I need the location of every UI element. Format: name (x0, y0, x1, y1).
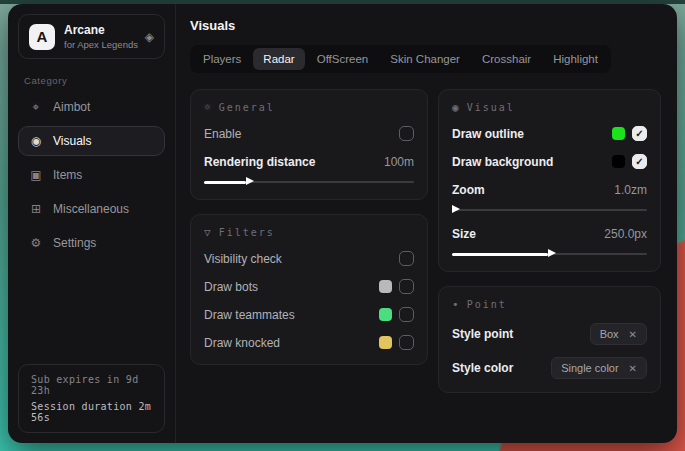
visual-card-title: Visual (467, 102, 515, 113)
settings-icon: ⚙ (29, 236, 43, 250)
draw-teammates-label: Draw teammates (204, 308, 295, 322)
draw-bots-label: Draw bots (204, 280, 258, 294)
rendering-distance-label: Rendering distance (204, 155, 315, 169)
sidebar-item-items[interactable]: ▣ Items (18, 160, 165, 190)
style-point-select[interactable]: Box ✕ (590, 323, 647, 345)
sidebar-item-label: Aimbot (53, 100, 90, 114)
app-subtitle: for Apex Legends (64, 39, 136, 50)
general-icon: ☼ (204, 101, 211, 114)
style-point-tag-label: Box (600, 328, 619, 340)
rendering-distance-value: 100m (384, 155, 414, 169)
tab-offscreen[interactable]: OffScreen (307, 48, 379, 70)
close-icon[interactable]: ✕ (629, 329, 637, 340)
rendering-distance-row: Rendering distance 100m (204, 153, 414, 170)
draw-teammates-color-swatch[interactable] (379, 308, 392, 321)
draw-bots-row: Draw bots ✓ (204, 278, 414, 295)
slider-thumb[interactable] (452, 205, 460, 213)
draw-knocked-checkbox[interactable]: ✓ (399, 335, 414, 350)
slider-thumb[interactable] (246, 177, 254, 185)
draw-background-checkbox[interactable]: ✓ (632, 154, 647, 169)
sidebar-item-settings[interactable]: ⚙ Settings (18, 228, 165, 258)
draw-background-label: Draw background (452, 155, 553, 169)
subscription-info-card: Sub expires in 9d 23h Session duration 2… (18, 364, 165, 433)
point-icon: • (452, 298, 459, 311)
page-title: Visuals (190, 18, 661, 33)
tab-highlight[interactable]: Highlight (543, 48, 608, 70)
visual-icon: ◉ (452, 101, 459, 114)
style-color-row: Style color Single color ✕ (452, 357, 647, 379)
zoom-row: Zoom 1.0zm (452, 181, 647, 198)
main-panel: Visuals Players Radar OffScreen Skin Cha… (176, 4, 677, 443)
style-color-label: Style color (452, 361, 513, 375)
style-point-label: Style point (452, 327, 513, 341)
app-window: A Arcane for Apex Legends ◈ Category ⌖ A… (8, 4, 677, 443)
style-color-select[interactable]: Single color ✕ (551, 357, 647, 379)
draw-outline-color-swatch[interactable] (612, 127, 625, 140)
check-icon: ✓ (635, 157, 643, 167)
draw-bots-color-swatch[interactable] (379, 280, 392, 293)
filters-icon: ▽ (204, 226, 211, 239)
sidebar-item-label: Miscellaneous (53, 202, 129, 216)
app-header-card: A Arcane for Apex Legends ◈ (18, 14, 165, 59)
draw-background-row: Draw background ✓ (452, 153, 647, 170)
zoom-value: 1.0zm (614, 183, 647, 197)
visuals-tabbar: Players Radar OffScreen Skin Changer Cro… (190, 45, 611, 73)
visuals-icon: ◉ (29, 134, 43, 148)
visual-card: ◉ Visual Draw outline ✓ (438, 89, 661, 272)
enable-row: Enable ✓ (204, 125, 414, 142)
visibility-check-checkbox[interactable]: ✓ (399, 251, 414, 266)
draw-background-color-swatch[interactable] (612, 155, 625, 168)
app-name: Arcane (64, 23, 136, 37)
point-card: • Point Style point Box ✕ Style color (438, 286, 661, 393)
enable-label: Enable (204, 127, 241, 141)
filters-card: ▽ Filters Visibility check ✓ Draw bots (190, 214, 428, 365)
draw-knocked-color-swatch[interactable] (379, 336, 392, 349)
draw-teammates-row: Draw teammates ✓ (204, 306, 414, 323)
zoom-slider[interactable] (452, 206, 647, 214)
size-label: Size (452, 227, 476, 241)
point-card-title: Point (467, 299, 507, 310)
visibility-check-label: Visibility check (204, 252, 282, 266)
enable-checkbox[interactable]: ✓ (399, 126, 414, 141)
tab-crosshair[interactable]: Crosshair (472, 48, 541, 70)
sidebar-item-label: Items (53, 168, 82, 182)
items-icon: ▣ (29, 168, 43, 182)
slider-thumb[interactable] (548, 249, 556, 257)
sidebar-item-aimbot[interactable]: ⌖ Aimbot (18, 92, 165, 122)
draw-knocked-label: Draw knocked (204, 336, 280, 350)
draw-knocked-row: Draw knocked ✓ (204, 334, 414, 351)
draw-outline-label: Draw outline (452, 127, 524, 141)
settings-target-icon[interactable]: ◈ (145, 30, 154, 44)
aimbot-icon: ⌖ (29, 100, 43, 114)
size-value: 250.0px (604, 227, 647, 241)
check-icon: ✓ (635, 129, 643, 139)
filters-card-title: Filters (219, 227, 275, 238)
visibility-check-row: Visibility check ✓ (204, 250, 414, 267)
general-card: ☼ General Enable ✓ Rendering distance 10… (190, 89, 428, 200)
tab-players[interactable]: Players (193, 48, 251, 70)
sidebar: A Arcane for Apex Legends ◈ Category ⌖ A… (8, 4, 176, 443)
sidebar-nav: ⌖ Aimbot ◉ Visuals ▣ Items ⊞ Miscellaneo… (8, 92, 175, 258)
size-row: Size 250.0px (452, 225, 647, 242)
draw-bots-checkbox[interactable]: ✓ (399, 279, 414, 294)
zoom-label: Zoom (452, 183, 485, 197)
size-slider[interactable] (452, 250, 647, 258)
app-logo: A (29, 24, 55, 50)
sub-expires-text: Sub expires in 9d 23h (31, 374, 152, 396)
rendering-distance-slider[interactable] (204, 178, 414, 186)
tab-radar[interactable]: Radar (253, 48, 304, 70)
sidebar-item-miscellaneous[interactable]: ⊞ Miscellaneous (18, 194, 165, 224)
miscellaneous-icon: ⊞ (29, 202, 43, 216)
draw-outline-row: Draw outline ✓ (452, 125, 647, 142)
style-color-tag-label: Single color (561, 362, 618, 374)
close-icon[interactable]: ✕ (629, 363, 637, 374)
draw-teammates-checkbox[interactable]: ✓ (399, 307, 414, 322)
draw-outline-checkbox[interactable]: ✓ (632, 126, 647, 141)
category-label: Category (24, 75, 159, 86)
sidebar-item-label: Visuals (53, 134, 91, 148)
session-duration-text: Session duration 2m 56s (31, 401, 152, 423)
sidebar-item-visuals[interactable]: ◉ Visuals (18, 126, 165, 156)
tab-skin-changer[interactable]: Skin Changer (380, 48, 470, 70)
style-point-row: Style point Box ✕ (452, 323, 647, 345)
general-card-title: General (219, 102, 275, 113)
